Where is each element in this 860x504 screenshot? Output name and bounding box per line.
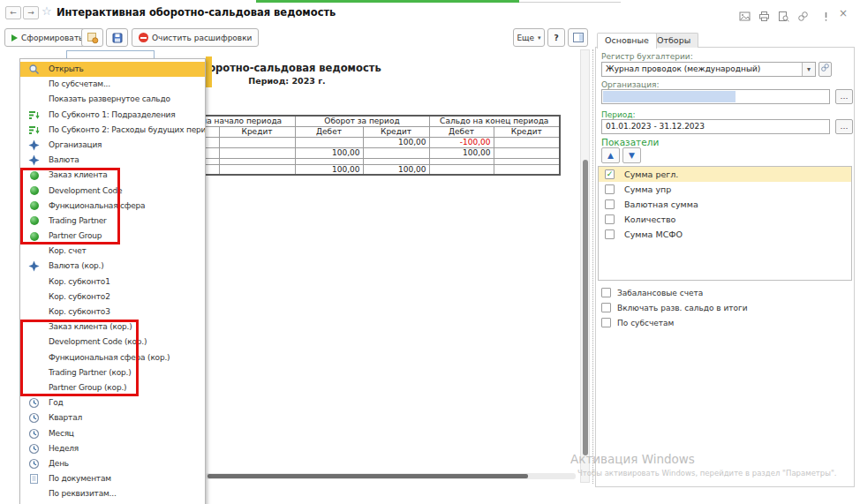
arrow-up-icon: ▲ bbox=[607, 151, 614, 160]
vertical-scrollbar[interactable] bbox=[580, 49, 590, 483]
side-panel-toggle-button[interactable] bbox=[568, 28, 588, 47]
move-down-button[interactable]: ▼ bbox=[622, 147, 641, 163]
register-open-button[interactable] bbox=[819, 62, 832, 77]
value-cell[interactable] bbox=[295, 137, 363, 147]
favorite-star-icon[interactable]: ☆ bbox=[41, 4, 52, 18]
menu-item-by-subconto-1[interactable]: По Субконто 1: Подразделения bbox=[20, 108, 205, 123]
menu-item-label: По реквизитам... bbox=[49, 489, 117, 498]
horizontal-scrollbar-thumb[interactable] bbox=[207, 474, 528, 478]
menu-item-year[interactable]: Год bbox=[20, 395, 205, 410]
clock-icon bbox=[28, 428, 40, 440]
total-cell[interactable] bbox=[494, 164, 560, 175]
green-sort-icon bbox=[28, 124, 40, 136]
value-cell[interactable] bbox=[494, 137, 560, 147]
menu-item-currency-corr[interactable]: Валюта (кор.) bbox=[20, 259, 205, 274]
menu-item-quarter[interactable]: Квартал bbox=[20, 410, 205, 425]
menu-item-label: Неделя bbox=[49, 444, 79, 453]
menu-item-by-subconto-2[interactable]: По Субконто 2: Расходы будущих периодов bbox=[20, 123, 205, 138]
panel-splitter[interactable] bbox=[592, 49, 593, 484]
back-button[interactable]: ← bbox=[5, 6, 21, 19]
value-cell[interactable]: 100,00 bbox=[295, 147, 363, 158]
close-icon[interactable]: × bbox=[837, 7, 849, 19]
total-cell[interactable]: 100,00 bbox=[295, 164, 363, 175]
organization-input[interactable] bbox=[601, 89, 830, 104]
menu-item-currency[interactable]: Валюта bbox=[20, 153, 205, 168]
period-choose-button[interactable]: … bbox=[835, 119, 853, 134]
forward-button[interactable]: → bbox=[23, 6, 39, 19]
menu-item-corr-subconto1[interactable]: Кор. субконто1 bbox=[20, 275, 205, 290]
menu-item-corr-account[interactable]: Кор. счет bbox=[20, 244, 205, 259]
menu-item-by-subaccounts[interactable]: По субсчетам... bbox=[20, 77, 205, 92]
move-up-button[interactable]: ▲ bbox=[601, 147, 620, 163]
value-cell[interactable] bbox=[219, 147, 295, 158]
menu-item-label: По документам bbox=[49, 474, 111, 483]
value-cell[interactable]: 100,00 bbox=[363, 137, 429, 147]
checkbox-unchecked[interactable] bbox=[605, 184, 615, 194]
info-icon[interactable] bbox=[819, 9, 832, 21]
list-item-sum-ifrs[interactable]: Сумма МСФО bbox=[599, 227, 851, 242]
list-item-quantity[interactable]: Количество bbox=[599, 212, 851, 227]
save-variant-icon bbox=[111, 32, 124, 44]
document-icon bbox=[28, 473, 40, 485]
menu-item-show-expanded-balance[interactable]: Показать развернутое сальдо bbox=[20, 92, 205, 107]
off-balance-checkbox[interactable] bbox=[601, 288, 611, 297]
blue-diamond-icon bbox=[28, 154, 40, 166]
vertical-scrollbar-thumb[interactable] bbox=[583, 160, 588, 455]
blue-diamond-icon bbox=[28, 260, 40, 272]
total-cell[interactable] bbox=[429, 164, 494, 175]
menu-item-corr-subconto3[interactable]: Кор. субконто3 bbox=[20, 305, 205, 320]
value-cell[interactable] bbox=[219, 137, 295, 147]
menu-item-label: День bbox=[49, 459, 69, 468]
image-icon[interactable] bbox=[738, 9, 751, 21]
windows-activation-watermark-sub: Чтобы активировать Windows, перейдите в … bbox=[577, 469, 837, 478]
value-cell[interactable] bbox=[363, 147, 429, 158]
period-value: 01.01.2023 - 31.12.2023 bbox=[606, 122, 705, 131]
expanded-balance-checkbox[interactable] bbox=[601, 303, 611, 312]
value-cell[interactable]: 100,00 bbox=[429, 147, 494, 158]
list-item-currency-sum[interactable]: Валютная сумма bbox=[599, 197, 851, 212]
list-item-sum-upr[interactable]: Сумма упр bbox=[599, 182, 851, 197]
total-cell[interactable] bbox=[219, 164, 295, 175]
context-menu: Открыть По субсчетам... Показать разверн… bbox=[19, 58, 206, 504]
clear-decryption-button[interactable]: Очистить расшифровки bbox=[132, 28, 259, 47]
help-button[interactable]: ? bbox=[547, 28, 565, 47]
organization-choose-button[interactable]: … bbox=[835, 89, 853, 104]
menu-item-corr-subconto2[interactable]: Кор. субконто2 bbox=[20, 290, 205, 305]
register-combobox[interactable]: Журнал проводок (международный) ▾ bbox=[601, 62, 816, 77]
menu-item-open[interactable]: Открыть bbox=[20, 62, 205, 77]
by-subaccounts-checkbox[interactable] bbox=[601, 318, 611, 327]
green-sort-icon bbox=[28, 109, 40, 121]
open-link-icon bbox=[820, 63, 830, 72]
generate-button[interactable]: Сформировать bbox=[4, 28, 90, 47]
list-item-label: Валютная сумма bbox=[624, 197, 698, 212]
find-icon[interactable] bbox=[777, 9, 789, 21]
checkbox-checked[interactable]: ✓ bbox=[605, 169, 615, 179]
tab-main[interactable]: Основные bbox=[597, 33, 657, 49]
horizontal-scrollbar[interactable] bbox=[206, 473, 576, 479]
menu-item-by-attributes[interactable]: По реквизитам... bbox=[20, 486, 205, 501]
indicators-list: ✓ Сумма регл. Сумма упр Валютная сумма К… bbox=[598, 166, 852, 281]
value-cell-negative[interactable]: -100,00 bbox=[429, 137, 494, 147]
windows-activation-watermark: Активация Windows bbox=[570, 452, 695, 466]
menu-item-by-documents[interactable]: По документам bbox=[20, 471, 205, 486]
more-button[interactable]: Еще ▾ bbox=[513, 28, 545, 47]
link-icon[interactable] bbox=[796, 9, 809, 21]
expanded-balance-label: Включать разв. сальдо в итоги bbox=[617, 304, 748, 312]
report-variant-button[interactable] bbox=[81, 28, 103, 47]
period-input[interactable]: 01.01.2023 - 31.12.2023 bbox=[601, 119, 830, 134]
checkbox-unchecked[interactable] bbox=[605, 229, 615, 239]
top-progress-line bbox=[256, 0, 519, 3]
print-icon[interactable] bbox=[758, 9, 770, 21]
selected-cell-highlight bbox=[206, 56, 212, 87]
menu-item-week[interactable]: Неделя bbox=[20, 441, 205, 456]
value-cell[interactable] bbox=[494, 147, 560, 158]
checkbox-unchecked[interactable] bbox=[605, 214, 615, 224]
checkbox-unchecked[interactable] bbox=[605, 199, 615, 209]
chevron-down-icon[interactable]: ▾ bbox=[802, 63, 815, 76]
menu-item-day[interactable]: День bbox=[20, 456, 205, 471]
menu-item-organization[interactable]: Организация bbox=[20, 138, 205, 153]
list-item-sum-regl[interactable]: ✓ Сумма регл. bbox=[599, 167, 851, 182]
menu-item-month[interactable]: Месяц bbox=[20, 426, 205, 441]
save-variant-button[interactable] bbox=[106, 28, 128, 47]
total-cell[interactable]: 100,00 bbox=[363, 164, 429, 175]
